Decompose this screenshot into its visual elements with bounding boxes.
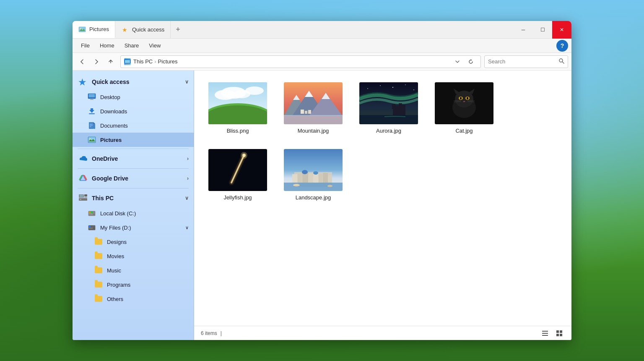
maximize-button[interactable]: ☐	[533, 21, 552, 39]
sidebar-item-music[interactable]: Music	[73, 263, 194, 277]
others-folder-icon	[94, 295, 103, 303]
programs-label: Programs	[107, 282, 130, 288]
pictures-tab-icon	[78, 26, 86, 33]
svg-rect-114	[560, 334, 562, 336]
tab-pictures[interactable]: Pictures	[73, 21, 115, 38]
list-view-button[interactable]	[540, 328, 551, 339]
help-button[interactable]: ?	[556, 40, 568, 52]
svg-point-39	[93, 214, 94, 215]
forward-button[interactable]	[90, 55, 103, 68]
svg-rect-70	[399, 103, 402, 109]
svg-point-92	[241, 152, 247, 159]
svg-rect-13	[88, 97, 96, 98]
svg-rect-101	[323, 173, 328, 183]
sidebar-item-pictures[interactable]: Pictures	[73, 133, 194, 147]
sidebar-item-designs[interactable]: Designs	[73, 235, 194, 249]
svg-rect-98	[309, 173, 313, 183]
menu-view[interactable]: View	[144, 41, 166, 50]
svg-rect-112	[560, 330, 562, 333]
file-item-mountain[interactable]: Mountain.jpg	[280, 79, 347, 137]
google-drive-label: Google Drive	[92, 175, 128, 182]
sidebar-header-onedrive[interactable]: OneDrive ›	[73, 151, 194, 167]
svg-rect-32	[84, 197, 87, 198]
this-pc-icon	[78, 194, 88, 203]
movies-label: Movies	[107, 253, 124, 259]
onedrive-icon	[78, 154, 88, 163]
file-item-landscape[interactable]: Landscape.jpg	[280, 146, 347, 204]
file-name-jellyfish: Jellyfish.jpg	[223, 194, 252, 201]
svg-rect-103	[284, 183, 343, 191]
menu-bar: File Home Share View ?	[73, 39, 571, 53]
svg-point-81	[467, 97, 468, 99]
up-button[interactable]	[104, 55, 117, 68]
file-item-aurora[interactable]: Aurora.jpg	[355, 79, 422, 137]
svg-rect-108	[542, 331, 548, 332]
sidebar-header-quick-access[interactable]: ★ Quick access ∨	[73, 74, 194, 90]
back-button[interactable]	[76, 55, 88, 68]
search-bar[interactable]	[484, 55, 568, 68]
pictures-icon	[88, 136, 96, 144]
onedrive-chevron: ›	[187, 156, 189, 162]
svg-point-67	[413, 89, 414, 90]
refresh-button[interactable]	[465, 55, 477, 68]
svg-rect-38	[89, 214, 93, 214]
file-name-cat: Cat.jpg	[455, 128, 473, 134]
svg-rect-0	[79, 27, 86, 32]
svg-rect-61	[308, 110, 311, 114]
breadcrumb-dropdown[interactable]	[451, 55, 464, 68]
svg-rect-95	[292, 174, 297, 183]
documents-label: Documents	[100, 123, 128, 129]
sidebar-item-desktop[interactable]: Desktop	[73, 90, 194, 104]
explorer-window: Pictures ★ Quick access + ─ ☐ ✕ File Hom…	[73, 21, 571, 340]
sidebar-header-google-drive[interactable]: Google Drive ›	[73, 170, 194, 186]
breadcrumb-actions	[451, 55, 477, 68]
svg-rect-111	[556, 330, 559, 333]
svg-marker-6	[471, 59, 472, 60]
sidebar-item-my-files-d[interactable]: My Files (D:) ∨	[73, 220, 194, 235]
file-item-jellyfish[interactable]: Jellyfish.jpg	[204, 146, 271, 204]
menu-share[interactable]: Share	[119, 41, 144, 50]
close-button[interactable]: ✕	[552, 21, 571, 39]
file-area: Bliss.png	[194, 71, 571, 340]
svg-rect-4	[126, 64, 129, 65]
sidebar-item-local-disk-c[interactable]: Local Disk (C:)	[73, 206, 194, 220]
sidebar-header-this-pc[interactable]: This PC ∨	[73, 190, 194, 206]
svg-rect-59	[301, 110, 304, 114]
svg-rect-69	[392, 104, 395, 109]
divider-1	[78, 149, 189, 149]
file-item-bliss[interactable]: Bliss.png	[204, 79, 271, 137]
file-item-cat[interactable]: Cat.jpg	[431, 79, 498, 137]
svg-point-107	[313, 171, 318, 175]
svg-point-50	[208, 105, 267, 124]
desktop-icon	[88, 93, 96, 101]
divider-2	[78, 168, 189, 169]
svg-point-80	[460, 97, 462, 99]
file-name-landscape: Landscape.jpg	[296, 194, 331, 201]
file-name-mountain: Mountain.jpg	[298, 128, 329, 134]
sidebar-item-others[interactable]: Others	[73, 292, 194, 306]
sidebar-item-documents[interactable]: Documents	[73, 118, 194, 133]
menu-file[interactable]: File	[76, 41, 95, 50]
search-input[interactable]	[488, 58, 556, 65]
breadcrumb-bar[interactable]: This PC › Pictures	[120, 55, 481, 68]
harddisk-d-icon	[88, 223, 96, 232]
svg-rect-42	[89, 228, 93, 228]
item-count: 6 items	[201, 330, 217, 336]
search-icon[interactable]	[558, 58, 564, 65]
svg-marker-14	[89, 108, 94, 113]
tab-quick-access[interactable]: ★ Quick access	[115, 21, 171, 38]
svg-point-66	[405, 84, 405, 85]
sidebar-item-programs[interactable]: Programs	[73, 277, 194, 292]
file-thumb-aurora	[359, 82, 418, 124]
quick-access-label: Quick access	[92, 78, 130, 85]
svg-point-63	[367, 88, 368, 89]
svg-rect-33	[80, 199, 81, 200]
menu-home[interactable]: Home	[95, 41, 119, 50]
grid-view-button[interactable]	[554, 328, 565, 339]
programs-folder-icon	[94, 280, 103, 289]
downloads-icon	[88, 107, 96, 115]
sidebar-item-movies[interactable]: Movies	[73, 249, 194, 263]
minimize-button[interactable]: ─	[514, 21, 533, 39]
sidebar-item-downloads[interactable]: Downloads	[73, 104, 194, 118]
add-tab-button[interactable]: +	[171, 21, 185, 38]
